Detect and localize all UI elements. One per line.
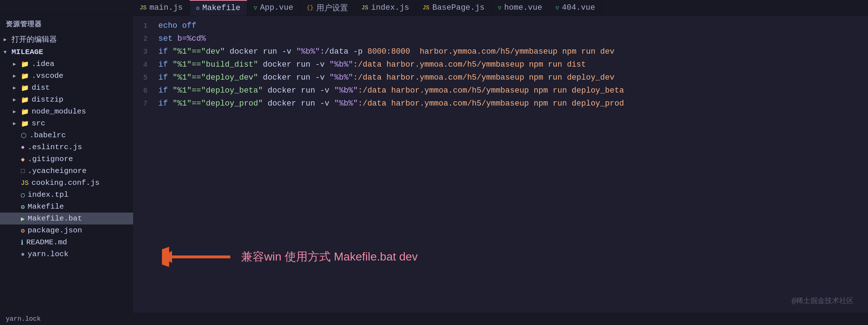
file-item-yarn-lock[interactable]: ●yarn.lock xyxy=(0,248,133,260)
file-item--gitignore[interactable]: ◆.gitignore xyxy=(0,153,133,165)
tab-用户设置[interactable]: {}用户设置 xyxy=(300,0,355,16)
file-item-dist[interactable]: ▶📁dist xyxy=(0,82,133,94)
file-name: .gitignore xyxy=(28,155,73,163)
code-token: :/data harbor.ymmoa.com/h5/ymmbaseup npm… xyxy=(358,86,624,95)
file-item-README-md[interactable]: ℹREADME.md xyxy=(0,236,133,248)
code-line-3: 3if "%1"=="dev" docker run -v "%b%":/dat… xyxy=(133,45,868,58)
line-code: echo off xyxy=(155,19,868,32)
code-token: 8000:8000 xyxy=(367,47,410,56)
code-token: "%b%" xyxy=(329,60,353,69)
status-text: yarn.lock xyxy=(6,315,41,322)
file-item-Makefile-bat[interactable]: ▶Makefile.bat xyxy=(0,213,133,224)
chevron-right-icon: ▶ xyxy=(13,97,18,103)
chevron-right-icon: ▶ xyxy=(13,85,18,91)
js-icon: JS xyxy=(140,5,146,11)
line-code: set b=%cd% xyxy=(155,32,868,45)
tab-404.vue[interactable]: ▽404.vue xyxy=(549,0,602,16)
code-token: :/data harbor.ymmoa.com/h5/ymmbaseup npm… xyxy=(353,73,614,82)
file-name: distzip xyxy=(32,95,63,104)
tab-main.js[interactable]: JSmain.js xyxy=(133,0,190,16)
tab-label: BasePage.js xyxy=(432,3,484,12)
line-number: 2 xyxy=(133,32,155,45)
file-name: node_modules xyxy=(32,107,86,116)
code-token: set xyxy=(158,34,177,43)
file-item--babelrc[interactable]: ⬡.babelrc xyxy=(0,129,133,141)
file-item-src[interactable]: ▶📁src xyxy=(0,117,133,129)
file-name: Makefile.bat xyxy=(28,214,82,223)
file-icon: 📁 xyxy=(21,108,29,116)
file-icon: 📁 xyxy=(21,72,29,80)
line-code: if "%1"=="build_dist" docker run -v "%b%… xyxy=(155,58,868,71)
file-name: .ycacheignore xyxy=(28,167,87,175)
file-item--eslintrc-js[interactable]: ●.eslintrc.js xyxy=(0,141,133,153)
makefile-icon: ⚙ xyxy=(196,5,200,12)
chevron-right-icon: ▶ xyxy=(4,36,9,43)
file-item-node-modules[interactable]: ▶📁node_modules xyxy=(0,106,133,117)
file-icon: JS xyxy=(21,179,29,187)
file-name: README.md xyxy=(26,238,67,246)
tab-label: home.vue xyxy=(504,3,542,12)
code-token: "%b%" xyxy=(334,99,358,108)
tab-App.vue[interactable]: ▽App.vue xyxy=(247,0,300,16)
json-icon: {} xyxy=(307,5,313,11)
sidebar-title: 资源管理器 xyxy=(0,16,133,32)
code-token: if xyxy=(158,86,173,95)
code-line-6: 6if "%1"=="deploy_beta" docker run -v "%… xyxy=(133,84,868,97)
tab-label: 用户设置 xyxy=(316,3,348,13)
file-icon: ● xyxy=(21,144,25,151)
tab-Makefile[interactable]: ⚙Makefile xyxy=(190,0,247,16)
tab-home.vue[interactable]: ▽home.vue xyxy=(491,0,549,16)
file-item-index-tpl[interactable]: ◯index.tpl xyxy=(0,189,133,201)
file-name: dist xyxy=(32,84,50,92)
tab-label: Makefile xyxy=(202,4,240,13)
line-number: 4 xyxy=(133,58,155,71)
file-item-package-json[interactable]: ⚙package.json xyxy=(0,224,133,236)
file-name: cooking.conf.js xyxy=(32,179,100,187)
file-item-cooking-conf-js[interactable]: JScooking.conf.js xyxy=(0,177,133,189)
code-token: docker run -v xyxy=(258,73,329,82)
file-item-Makefile[interactable]: ⚙Makefile xyxy=(0,201,133,213)
file-icon: ▶ xyxy=(21,215,25,223)
tab-bar: JSmain.js⚙Makefile▽App.vue{}用户设置JSindex.… xyxy=(0,0,868,16)
code-token: :/data harbor.ymmoa.com/h5/ymmbaseup npm… xyxy=(353,60,586,69)
watermark: @稀土掘金技术社区 xyxy=(792,296,854,306)
line-code: if "%1"=="deploy_beta" docker run -v "%b… xyxy=(155,84,868,97)
chevron-right-icon: ▶ xyxy=(13,73,18,79)
chevron-right-icon: ▶ xyxy=(13,108,18,115)
file-icon: ◆ xyxy=(21,155,25,163)
file-icon: ℹ xyxy=(21,239,23,246)
editor: 1echo off2set b=%cd%3if "%1"=="dev" dock… xyxy=(133,16,868,313)
file-tree: ▶📁.idea▶📁.vscode▶📁dist▶📁distzip▶📁node_mo… xyxy=(0,58,133,260)
code-line-2: 2set b=%cd% xyxy=(133,32,868,45)
code-token: if xyxy=(158,47,173,56)
file-name: .idea xyxy=(32,60,54,68)
main-area: 资源管理器 ▶ 打开的编辑器 ▼ MILEAGE ▶📁.idea▶📁.vscod… xyxy=(0,16,868,313)
file-icon: 📁 xyxy=(21,96,29,104)
project-folder[interactable]: ▼ MILEAGE xyxy=(0,46,133,58)
editor-content: 1echo off2set b=%cd%3if "%1"=="dev" dock… xyxy=(133,16,868,313)
file-name: .babelrc xyxy=(30,131,66,139)
code-token: if xyxy=(158,73,173,82)
file-name: package.json xyxy=(28,226,82,235)
tab-label: main.js xyxy=(149,3,182,12)
code-token: :/data harbor.ymmoa.com/h5/ymmbaseup npm… xyxy=(358,99,624,108)
line-code: if "%1"=="deploy_prod" docker run -v "%b… xyxy=(155,97,868,110)
open-editors-label: 打开的编辑器 xyxy=(12,34,57,44)
code-token: "%b%" xyxy=(329,73,353,82)
chevron-right-icon: ▶ xyxy=(13,120,18,126)
tab-index.js[interactable]: JSindex.js xyxy=(355,0,416,16)
tab-label: App.vue xyxy=(260,3,293,12)
file-item--ycacheignore[interactable]: □.ycacheignore xyxy=(0,165,133,177)
vue-icon: ▽ xyxy=(556,4,559,12)
tab-label: 404.vue xyxy=(562,3,595,12)
line-code: if "%1"=="dev" docker run -v "%b%":/data… xyxy=(155,45,868,58)
file-item--vscode[interactable]: ▶📁.vscode xyxy=(0,70,133,82)
open-editors-section[interactable]: ▶ 打开的编辑器 xyxy=(0,32,133,46)
file-item-distzip[interactable]: ▶📁distzip xyxy=(0,94,133,106)
sidebar: 资源管理器 ▶ 打开的编辑器 ▼ MILEAGE ▶📁.idea▶📁.vscod… xyxy=(0,16,133,313)
file-item--idea[interactable]: ▶📁.idea xyxy=(0,58,133,70)
code-token: docker run -v xyxy=(263,86,334,95)
file-icon: □ xyxy=(21,168,25,175)
code-token: "%b%" xyxy=(334,86,358,95)
tab-BasePage.js[interactable]: JSBasePage.js xyxy=(416,0,491,16)
